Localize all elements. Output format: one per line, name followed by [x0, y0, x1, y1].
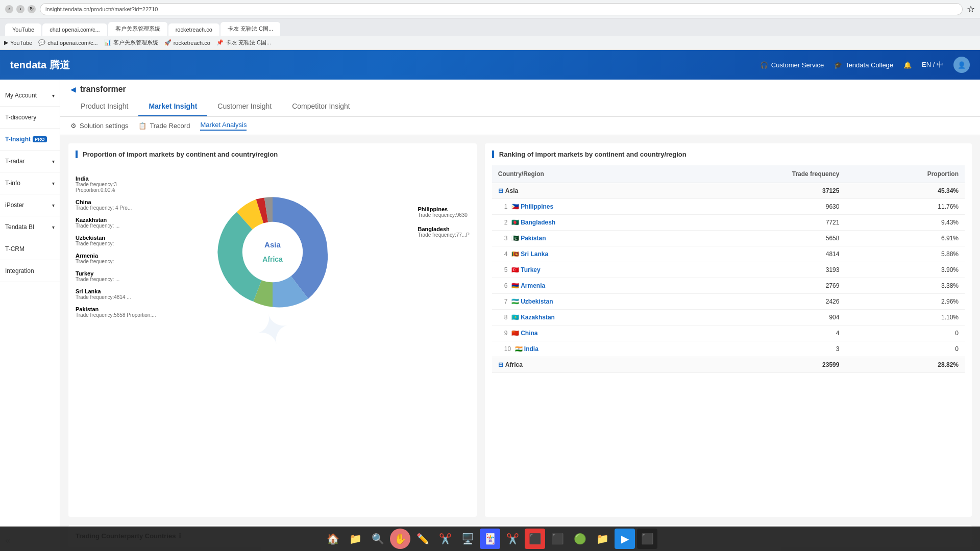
- sidebar-item-tendatabi[interactable]: Tendata BI ▾: [0, 216, 60, 238]
- action-bar: ⚙ Solution settings 📋 Trade Record Marke…: [60, 117, 980, 135]
- main-tabs: Product Insight Market Insight Customer …: [70, 97, 970, 116]
- lang-btn[interactable]: EN / 中: [922, 60, 943, 69]
- chevron-icon: ▾: [52, 93, 55, 98]
- sidebar-item-tdiscovery[interactable]: T-discovery: [0, 107, 60, 129]
- table-row: 9 🇨🇳 China 4 0: [492, 325, 965, 341]
- taskbar-black[interactable]: ⬛: [547, 529, 568, 549]
- tab-kc[interactable]: 卡农 充鞋法 C国...: [220, 22, 280, 36]
- sidebar-item-tinfo[interactable]: T-info ▾: [0, 172, 60, 194]
- country-name-cell: 5 🇹🇷 Turkey: [492, 262, 682, 278]
- bookmark-chat[interactable]: 💬chat.openai.com/c...: [38, 39, 97, 46]
- top-nav: tendata 腾道 🎧 Customer Service 🎓 Tendata …: [0, 50, 980, 80]
- sidebar-item-tradar[interactable]: T-radar ▾: [0, 151, 60, 172]
- taskbar-red[interactable]: ⬛: [525, 529, 545, 549]
- continent-frequency: 37125: [682, 183, 845, 199]
- sidebar-item-iposter[interactable]: iPoster ▾: [0, 194, 60, 216]
- frequency-cell: 4814: [682, 246, 845, 262]
- notify-icon[interactable]: 🔔: [903, 61, 912, 69]
- top-nav-right: 🎧 Customer Service 🎓 Tendata College 🔔 E…: [760, 57, 970, 73]
- taskbar-dark[interactable]: ⬛: [637, 529, 657, 549]
- label-india: India Trade frequency:3 Proportion:0.00%: [76, 176, 157, 193]
- sidebar-item-tinsight[interactable]: T-Insight PRO: [0, 129, 60, 151]
- college-icon: 🎓: [834, 61, 842, 69]
- taskbar-pen[interactable]: ✏️: [412, 529, 433, 549]
- frequency-cell: 5658: [682, 231, 845, 246]
- tab-market-insight[interactable]: Market Insight: [138, 97, 207, 116]
- label-pakistan: Pakistan Trade frequency:5658 Proportion…: [76, 306, 157, 318]
- right-panel-title: Ranking of import markets by continent a…: [492, 151, 965, 158]
- taskbar-screen[interactable]: 🖥️: [457, 529, 478, 549]
- country-name-cell: 7 🇺🇿 Uzbekistan: [492, 294, 682, 310]
- taskbar-cut[interactable]: ✂️: [502, 529, 523, 549]
- pro-badge: PRO: [33, 136, 47, 142]
- taskbar-blue[interactable]: ▶: [615, 529, 635, 549]
- taskbar-search[interactable]: 🔍: [368, 529, 388, 549]
- table-row: 5 🇹🇷 Turkey 3193 3.90%: [492, 262, 965, 278]
- table-row: 10 🇮🇳 India 3 0: [492, 341, 965, 357]
- proportion-cell: 0: [845, 325, 965, 341]
- proportion-cell: 11.76%: [845, 199, 965, 215]
- taskbar-mark[interactable]: ✂️: [435, 529, 455, 549]
- page-title: transformer: [80, 85, 126, 94]
- bookmark-bar: ▶YouTube 💬chat.openai.com/c... 📊客户关系管理系统…: [0, 36, 980, 50]
- back-arrow[interactable]: ◀: [70, 85, 76, 93]
- tab-competitor-insight[interactable]: Competitor Insight: [282, 97, 360, 116]
- customer-service-btn[interactable]: 🎧 Customer Service: [760, 61, 824, 69]
- bookmark-kc[interactable]: 📌卡农 充鞋法 C国...: [216, 39, 271, 46]
- url-bar[interactable]: insight.tendata.cn/product#/market?id=22…: [40, 3, 963, 15]
- bookmark-rocket[interactable]: 🚀rocketreach.co: [164, 39, 210, 46]
- sidebar-item-tcrm[interactable]: T-CRM: [0, 238, 60, 260]
- solution-settings-link[interactable]: ⚙ Solution settings: [70, 122, 128, 130]
- country-name-cell: 9 🇨🇳 China: [492, 325, 682, 341]
- sidebar-item-integration[interactable]: Integration: [0, 260, 60, 282]
- frequency-cell: 4: [682, 325, 845, 341]
- bookmark-crm[interactable]: 📊客户关系管理系统: [104, 39, 158, 46]
- user-avatar[interactable]: 👤: [953, 57, 970, 73]
- donut-svg: Asia Africa: [201, 181, 344, 323]
- frequency-cell: 3: [682, 341, 845, 357]
- frequency-cell: 904: [682, 310, 845, 325]
- logo: tendata 腾道: [10, 58, 70, 72]
- country-name-cell: 6 🇦🇲 Armenia: [492, 278, 682, 294]
- donut-chart-container: India Trade frequency:3 Proportion:0.00%…: [76, 165, 470, 339]
- svg-text:Asia: Asia: [264, 240, 281, 249]
- chevron-icon: ▾: [52, 224, 55, 230]
- continent-proportion: 45.34%: [845, 183, 965, 199]
- label-bangladesh: Bangladesh Trade frequency:77...P: [418, 226, 469, 238]
- taskbar-green[interactable]: 🟢: [570, 529, 590, 549]
- taskbar-folder2[interactable]: 📁: [592, 529, 612, 549]
- college-btn[interactable]: 🎓 Tendata College: [834, 61, 893, 69]
- back-btn[interactable]: ‹: [5, 5, 13, 13]
- browser-controls: ‹ › ↻: [5, 5, 36, 13]
- taskbar-explorer[interactable]: 📁: [345, 529, 365, 549]
- forward-btn[interactable]: ›: [16, 5, 24, 13]
- taskbar-stop[interactable]: ✋: [390, 529, 410, 549]
- tab-customer-insight[interactable]: Customer Insight: [207, 97, 282, 116]
- taskbar-card[interactable]: 🃏: [480, 529, 500, 549]
- continent-name[interactable]: ⊟Asia: [492, 183, 682, 199]
- label-armenia: Armenia Trade frequency:: [76, 253, 157, 264]
- table-row: 4 🇱🇰 Sri Lanka 4814 5.88%: [492, 246, 965, 262]
- refresh-btn[interactable]: ↻: [28, 5, 36, 13]
- continent-name[interactable]: ⊟Africa: [492, 357, 682, 373]
- left-chart-panel: Proportion of import markets by continen…: [68, 143, 477, 517]
- ranking-table: Country/Region Trade frequency Proportio…: [492, 165, 965, 373]
- proportion-cell: 2.96%: [845, 294, 965, 310]
- tab-youtube[interactable]: YouTube: [5, 23, 41, 36]
- continent-frequency: 23599: [682, 357, 845, 373]
- tab-crm[interactable]: 客户关系管理系统: [108, 22, 167, 36]
- bookmark-icon[interactable]: ☆: [967, 4, 975, 15]
- market-analysis-link[interactable]: Market Analysis: [200, 121, 247, 131]
- taskbar-home[interactable]: 🏠: [323, 529, 343, 549]
- label-srilanka: Sri Lanka Trade frequency:4814 ...: [76, 288, 157, 300]
- left-panel-title: Proportion of import markets by continen…: [76, 151, 470, 158]
- tab-rocket[interactable]: rocketreach.co: [168, 23, 219, 36]
- table-row: 6 🇦🇲 Armenia 2769 3.38%: [492, 278, 965, 294]
- trade-record-link[interactable]: 📋 Trade Record: [138, 122, 190, 130]
- tab-product-insight[interactable]: Product Insight: [70, 97, 138, 116]
- table-row: 7 🇺🇿 Uzbekistan 2426 2.96%: [492, 294, 965, 310]
- sidebar-item-account[interactable]: My Account ▾: [0, 85, 60, 107]
- table-row: ⊟Asia 37125 45.34%: [492, 183, 965, 199]
- tab-chatgpt[interactable]: chat.openai.com/c...: [42, 23, 107, 36]
- bookmark-youtube[interactable]: ▶YouTube: [4, 39, 32, 46]
